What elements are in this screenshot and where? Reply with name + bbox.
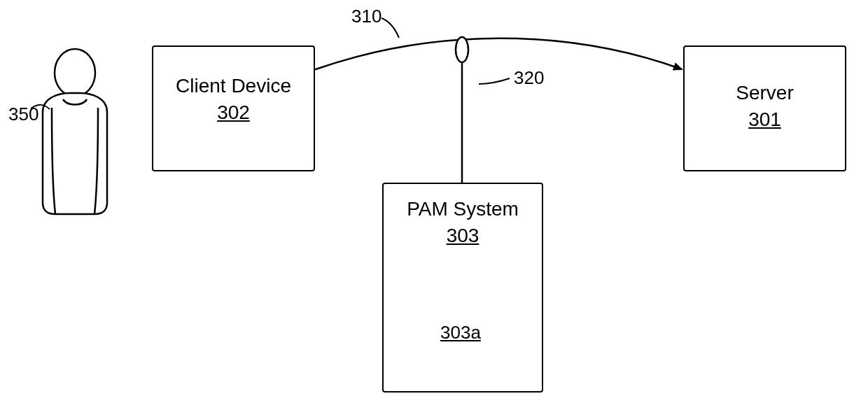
database-ref: 303a (440, 322, 481, 344)
connection-arrow-310 (316, 38, 682, 69)
pam-system-box: PAM System 303 (382, 183, 543, 393)
server-box: Server 301 (683, 45, 846, 171)
pam-system-ref: 303 (447, 225, 479, 247)
client-device-ref: 302 (217, 101, 250, 124)
pam-system-title: PAM System (407, 198, 519, 220)
diagram-canvas: Client Device 302 Server 301 PAM System … (0, 0, 868, 417)
client-device-box: Client Device 302 (152, 45, 315, 171)
label-350: 350 (8, 104, 38, 125)
leader-310 (382, 18, 399, 38)
server-title: Server (736, 82, 793, 104)
tap-node (456, 37, 468, 62)
client-device-title: Client Device (176, 75, 291, 97)
label-310: 310 (351, 6, 382, 27)
svg-point-0 (55, 49, 95, 97)
server-ref: 301 (748, 108, 781, 131)
label-320: 320 (514, 67, 544, 89)
user-icon (43, 49, 107, 214)
leader-320 (479, 78, 510, 84)
